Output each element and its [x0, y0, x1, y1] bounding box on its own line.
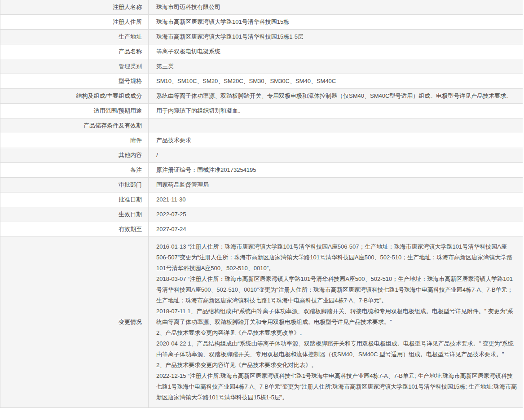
change-history-paragraph: 2016-01-13 “注册人住所：珠海市唐家湾镇大学路101号清华科技园A座5…	[156, 241, 517, 274]
row-label: 结构及组成/主要组成成分	[0, 89, 148, 103]
row-label: 生产地址	[0, 30, 148, 44]
change-history-paragraph: 2022-12-15 “注册人住所:珠海市高新区唐家湾镇科技七路1号珠海中电高科…	[156, 371, 517, 403]
table-row: 批准日期 2021-11-30	[0, 192, 523, 207]
row-value: 用于内窥镜下的组织切割和凝血。	[148, 104, 523, 118]
table-row: 附件 产品技术要求	[0, 133, 523, 148]
row-label: 产品名称	[0, 44, 148, 59]
row-value: 2021-11-30	[148, 192, 523, 207]
row-value: SM10、SM10C、SM20、SM20C、SM30、SM30C、SM40、SM…	[148, 74, 523, 88]
row-value: 原注册证编号：国械注准20173254195	[148, 163, 523, 177]
row-value: 珠海市高新区唐家湾镇大学路101号清华科技园15栋	[148, 15, 523, 29]
table-row: 注册人住所 珠海市高新区唐家湾镇大学路101号清华科技园15栋	[0, 15, 523, 30]
row-label: 附件	[0, 133, 148, 148]
change-history-paragraph: 2018-07-11 1、产品结构组成由“系统由等离子体功率源、双踏板脚踏开关、…	[156, 306, 517, 328]
row-value: 2022-07-25	[148, 207, 523, 222]
row-value: 系统由等离子体功率源、双踏板脚踏开关、专用双极电极和流体控制器（仅SM40、SM…	[148, 89, 523, 103]
table-row: 备注 原注册证编号：国械注准20173254195	[0, 163, 523, 178]
table-row: 生效日期 2022-07-25	[0, 207, 523, 222]
row-label: 变更情况	[0, 237, 148, 407]
change-history-paragraph: 2、产品技术要求变更内容详见《产品技术要求变化对比表》。	[156, 360, 517, 371]
row-value: 等离子双极电切电凝系统	[148, 44, 523, 59]
change-history-text: 2016-01-13 “注册人住所：珠海市唐家湾镇大学路101号清华科技园A座5…	[156, 240, 517, 405]
table-row: 注册人名称 珠海市司迈科技有限公司	[0, 0, 523, 15]
row-value: 产品技术要求	[148, 133, 523, 148]
row-value: 珠海市司迈科技有限公司	[148, 0, 523, 14]
row-label: 注册人名称	[0, 0, 148, 14]
table-row: 型号规格 SM10、SM10C、SM20、SM20C、SM30、SM30C、SM…	[0, 74, 523, 89]
row-label: 适用范围/预期用途	[0, 104, 148, 118]
table-row: 适用范围/预期用途 用于内窥镜下的组织切割和凝血。	[0, 104, 523, 118]
row-value: 国家药品监督管理局	[148, 178, 523, 192]
row-value: /	[148, 148, 523, 162]
row-label: 备注	[0, 163, 148, 177]
registration-detail-table: 注册人名称 珠海市司迈科技有限公司 注册人住所 珠海市高新区唐家湾镇大学路101…	[0, 0, 523, 408]
table-row: 其他内容 /	[0, 148, 523, 163]
row-label: 有效期至	[0, 222, 148, 236]
table-row-change-history: 变更情况 2016-01-13 “注册人住所：珠海市唐家湾镇大学路101号清华科…	[0, 237, 523, 408]
row-value: 珠海市高新区唐家湾镇大学路101号清华科技园15栋1-5层	[148, 30, 523, 44]
row-label: 其他内容	[0, 148, 148, 162]
row-label: 审批部门	[0, 178, 148, 192]
row-value: 第三类	[148, 59, 523, 74]
row-label: 生效日期	[0, 207, 148, 222]
row-label: 管理类别	[0, 59, 148, 74]
table-row: 有效期至 2027-07-24	[0, 222, 523, 237]
row-label: 型号规格	[0, 74, 148, 88]
change-history-paragraph: 2、产品技术要求变更内容详见《产品技术要求更改单》。	[156, 328, 517, 338]
table-row: 结构及组成/主要组成成分 系统由等离子体功率源、双踏板脚踏开关、专用双极电极和流…	[0, 89, 523, 104]
table-row: 产品名称 等离子双极电切电凝系统	[0, 44, 523, 59]
row-value: 2027-07-24	[148, 222, 523, 236]
row-label: 产品储存条件及有效期	[0, 118, 148, 133]
row-value: 2016-01-13 “注册人住所：珠海市唐家湾镇大学路101号清华科技园A座5…	[148, 237, 523, 407]
table-row: 产品储存条件及有效期	[0, 118, 523, 133]
change-history-paragraph: 2018-03-07 “注册人住所：珠海市高新区唐家湾镇大学路101号清华科技园…	[156, 274, 517, 306]
row-label: 注册人住所	[0, 15, 148, 29]
table-row: 审批部门 国家药品监督管理局	[0, 178, 523, 192]
change-history-paragraph: 2020-04-22 1、产品结构组成由“系统由等离子体功率源、双踏板脚踏开关和…	[156, 338, 517, 360]
row-value	[148, 118, 523, 133]
table-row: 生产地址 珠海市高新区唐家湾镇大学路101号清华科技园15栋1-5层	[0, 30, 523, 44]
table-row: 管理类别 第三类	[0, 59, 523, 74]
row-label: 批准日期	[0, 192, 148, 207]
